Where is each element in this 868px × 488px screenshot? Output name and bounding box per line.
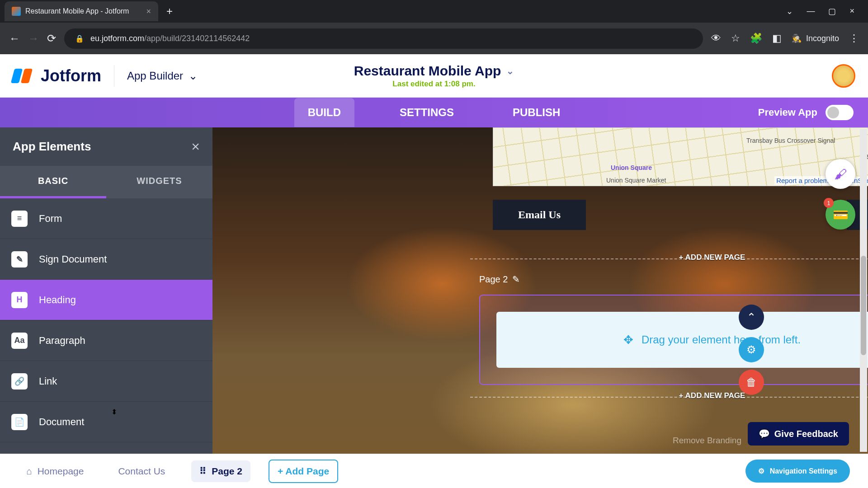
move-icon: ✥ xyxy=(623,333,633,347)
preview-label: Preview App xyxy=(758,107,817,118)
eye-off-icon[interactable]: 👁 xyxy=(711,33,721,44)
reload-button[interactable]: ⟳ xyxy=(47,32,56,45)
collapse-button[interactable]: ⌃ xyxy=(739,305,764,330)
gear-icon: ⚙ xyxy=(746,343,756,356)
incognito-label: Incognito xyxy=(806,34,839,43)
preview-toggle-block: Preview App xyxy=(758,105,854,120)
app-builder-selector[interactable]: App Builder ⌄ xyxy=(127,70,198,82)
url-input[interactable]: 🔒 eu.jotform.com/app/build/2314021145624… xyxy=(64,28,703,49)
tab-strip: Restaurant Mobile App - Jotform × + ⌄ — … xyxy=(0,0,868,23)
drop-zone-card[interactable]: ✥ Drag your element here from left. xyxy=(479,295,868,385)
home-icon: ⌂ xyxy=(26,466,32,477)
close-window-icon[interactable]: × xyxy=(849,6,854,16)
map-label: Transbay Bus Crossover Signal xyxy=(746,137,835,144)
menu-icon[interactable]: ⋮ xyxy=(849,33,859,44)
extensions-icon[interactable]: 🧩 xyxy=(750,33,762,44)
report-problem-link[interactable]: Report a problem xyxy=(776,177,829,184)
dropdown-icon[interactable]: ⌄ xyxy=(786,6,793,16)
map-label: Union Square xyxy=(611,164,652,171)
chevron-down-icon: ⌄ xyxy=(506,66,514,76)
side-panel-icon[interactable]: ◧ xyxy=(772,33,782,44)
style-fab[interactable]: 🖌 xyxy=(826,159,855,189)
page-tag[interactable]: Page 2 ✎ xyxy=(479,274,520,285)
give-feedback-button[interactable]: 💬 Give Feedback xyxy=(748,422,849,446)
nav-contact[interactable]: Contact Us xyxy=(110,460,173,482)
element-icon: H xyxy=(0,292,39,308)
element-paragraph[interactable]: AaParagraph xyxy=(0,320,212,361)
payment-fab[interactable]: 💳 1 xyxy=(826,200,855,230)
element-icon: 📄 xyxy=(0,414,39,430)
address-bar: ← → ⟳ 🔒 eu.jotform.com/app/build/2314021… xyxy=(0,23,868,54)
element-icon: ✎ xyxy=(0,251,39,267)
lock-icon: 🔒 xyxy=(75,34,84,43)
remove-branding-link[interactable]: Remove Branding xyxy=(673,436,741,446)
drop-hint-text: Drag your element here from left. xyxy=(642,333,801,346)
element-icon: Aa xyxy=(0,333,39,349)
tab-build[interactable]: BUILD xyxy=(294,98,354,127)
element-form[interactable]: ≡Form xyxy=(0,198,212,239)
panel-subtabs: BASIC WIDGETS xyxy=(0,166,212,198)
panel-header: App Elements × xyxy=(0,127,212,166)
map-widget[interactable]: Union Square Union Square Market Transba… xyxy=(493,127,868,186)
subtab-widgets[interactable]: WIDGETS xyxy=(106,166,212,198)
gear-icon: ⚙ xyxy=(758,467,764,475)
nav-homepage[interactable]: ⌂ Homepage xyxy=(18,460,92,482)
add-page-button[interactable]: + Add Page xyxy=(269,460,338,483)
minimize-icon[interactable]: — xyxy=(807,6,815,16)
user-avatar[interactable] xyxy=(832,64,855,88)
element-link[interactable]: 🔗Link xyxy=(0,361,212,402)
add-page-divider[interactable]: + ADD NEW PAGE xyxy=(470,258,868,268)
elements-list[interactable]: ≡Form✎Sign DocumentHHeadingAaParagraph🔗L… xyxy=(0,198,212,454)
nav-page2[interactable]: ⠿ Page 2 xyxy=(191,460,250,482)
element-icon: 🔗 xyxy=(0,373,39,389)
tab-close-icon[interactable]: × xyxy=(146,7,151,16)
chevron-up-icon: ⌃ xyxy=(747,311,756,324)
logo-text: Jotform xyxy=(41,66,101,85)
favicon-icon xyxy=(12,7,21,16)
tab-settings[interactable]: SETTINGS xyxy=(386,98,467,127)
element-sign-document[interactable]: ✎Sign Document xyxy=(0,239,212,280)
edit-icon[interactable]: ✎ xyxy=(512,274,520,285)
email-us-button[interactable]: Email Us xyxy=(493,200,586,230)
browser-tab[interactable]: Restaurant Mobile App - Jotform × xyxy=(5,1,158,21)
main-nav: BUILD SETTINGS PUBLISH Preview App xyxy=(0,98,868,127)
bottom-nav: ⌂ Homepage Contact Us ⠿ Page 2 + Add Pag… xyxy=(0,454,868,488)
star-icon[interactable]: ☆ xyxy=(731,33,740,44)
cursor-icon: ⬍ xyxy=(111,408,117,416)
tab-publish[interactable]: PUBLISH xyxy=(499,98,574,127)
toolbar-right: 👁 ☆ 🧩 ◧ 🕵️ Incognito ⋮ xyxy=(711,33,859,44)
app-title-block: Restaurant Mobile App⌄ Last edited at 1:… xyxy=(354,63,514,89)
element-label: Sign Document xyxy=(39,253,107,265)
logo-icon xyxy=(13,67,34,85)
forward-button[interactable]: → xyxy=(28,32,39,45)
add-page-divider[interactable]: + ADD NEW PAGE xyxy=(470,397,868,407)
element-label: Document xyxy=(39,416,84,428)
maximize-icon[interactable]: ▢ xyxy=(828,6,836,16)
element-document[interactable]: 📄Document xyxy=(0,402,212,442)
paint-roller-icon: 🖌 xyxy=(834,167,847,182)
chat-icon: 💬 xyxy=(759,428,770,439)
app-title[interactable]: Restaurant Mobile App⌄ xyxy=(354,63,514,79)
divider xyxy=(114,65,114,87)
last-edited-label: Last edited at 1:08 pm. xyxy=(354,80,514,89)
url-text: eu.jotform.com/app/build/231402114562442 xyxy=(90,34,250,43)
scrollbar[interactable] xyxy=(860,129,867,452)
panel-close-icon[interactable]: × xyxy=(191,138,200,155)
badge-count: 1 xyxy=(824,198,834,208)
incognito-badge[interactable]: 🕵️ Incognito xyxy=(792,33,839,43)
back-button[interactable]: ← xyxy=(9,32,20,45)
navigation-settings-button[interactable]: ⚙ Navigation Settings xyxy=(745,460,850,483)
settings-button[interactable]: ⚙ xyxy=(739,337,764,362)
preview-toggle[interactable] xyxy=(826,105,854,120)
element-heading[interactable]: HHeading xyxy=(0,280,212,320)
card-icon: 💳 xyxy=(833,207,849,222)
delete-button[interactable]: 🗑 xyxy=(739,370,764,395)
drop-zone[interactable]: ✥ Drag your element here from left. xyxy=(496,312,868,368)
action-buttons: Email Us Call Us xyxy=(493,200,868,230)
browser-chrome: Restaurant Mobile App - Jotform × + ⌄ — … xyxy=(0,0,868,54)
new-tab-button[interactable]: + xyxy=(166,5,173,18)
window-controls: ⌄ — ▢ × xyxy=(786,6,863,16)
logo[interactable]: Jotform xyxy=(13,66,101,85)
element-label: Heading xyxy=(39,294,76,306)
subtab-basic[interactable]: BASIC xyxy=(0,166,106,198)
